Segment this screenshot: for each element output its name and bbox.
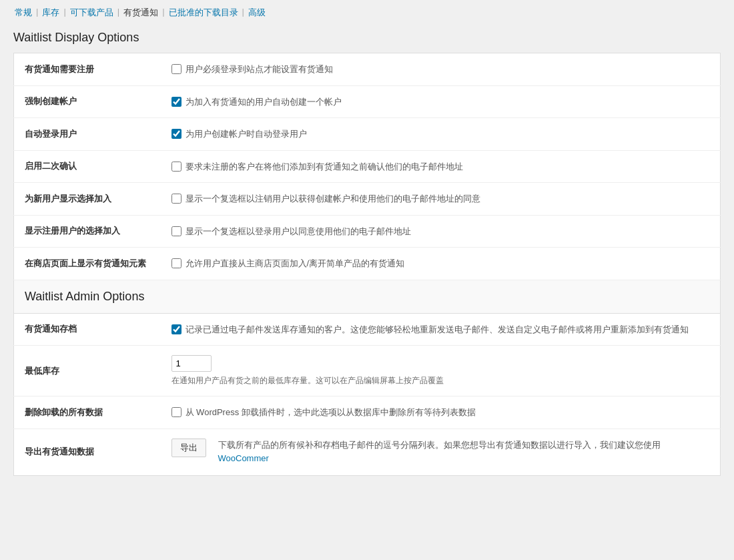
label-require-register: 有货通知需要注册: [14, 53, 161, 86]
tab-inventory[interactable]: 库存: [41, 7, 61, 19]
label-min-stock: 最低库存: [14, 346, 161, 396]
check-row-delete-data: 从 WordPress 卸载插件时，选中此选项以从数据库中删除所有等待列表数据: [171, 406, 710, 419]
label-registered-optin: 显示注册用户的选择加入: [14, 215, 161, 248]
check-row-auto-login: 为用户创建帐户时自动登录用户: [171, 127, 710, 141]
row-registered-optin: 显示注册用户的选择加入 显示一个复选框以登录用户以同意使用他们的电子邮件地址: [14, 215, 721, 248]
checkbox-registered-optin[interactable]: [171, 226, 181, 236]
check-row-require-register: 用户必须登录到站点才能设置有货通知: [171, 63, 710, 76]
checkbox-label-new-user-optin: 显示一个复选框以注销用户以获得创建帐户和使用他们的电子邮件地址的同意: [186, 192, 480, 206]
label-new-user-optin: 为新用户显示选择加入: [14, 183, 161, 216]
check-row-shop-page-element: 允许用户直接从主商店页面加入/离开简单产品的有货通知: [171, 257, 710, 270]
tab-general[interactable]: 常规: [13, 7, 33, 19]
sep-2: |: [63, 7, 65, 19]
checkbox-require-register[interactable]: [171, 64, 181, 74]
sep-5: |: [242, 7, 244, 19]
sep-1: |: [36, 7, 38, 19]
row-min-stock: 最低库存 在通知用户产品有货之前的最低库存量。这可以在产品编辑屏幕上按产品覆盖: [14, 346, 721, 396]
tab-advanced[interactable]: 高级: [247, 7, 267, 19]
row-shop-page-element: 在商店页面上显示有货通知元素 允许用户直接从主商店页面加入/离开简单产品的有货通…: [14, 248, 721, 280]
row-force-create-account: 强制创建帐户 为加入有货通知的用户自动创建一个帐户: [14, 85, 721, 118]
options-table: 有货通知需要注册 用户必须登录到站点才能设置有货通知 强制创建帐户 为加入有货通…: [13, 53, 721, 476]
checkbox-double-optin[interactable]: [171, 162, 181, 172]
checkbox-label-require-register: 用户必须登录到站点才能设置有货通知: [186, 63, 333, 76]
check-row-archive: 记录已通过电子邮件发送库存通知的客户。这使您能够轻松地重新发送电子邮件、发送自定…: [171, 323, 710, 336]
sep-3: |: [117, 7, 119, 19]
checkbox-label-archive: 记录已通过电子邮件发送库存通知的客户。这使您能够轻松地重新发送电子邮件、发送自定…: [186, 323, 689, 336]
row-archive: 有货通知存档 记录已通过电子邮件发送库存通知的客户。这使您能够轻松地重新发送电子…: [14, 313, 721, 346]
export-description: 下载所有产品的所有候补和存档电子邮件的逗号分隔列表。如果您想导出有货通知数据以进…: [218, 439, 710, 467]
row-new-user-optin: 为新用户显示选择加入 显示一个复选框以注销用户以获得创建帐户和使用他们的电子邮件…: [14, 183, 721, 216]
label-force-create-account: 强制创建帐户: [14, 85, 161, 118]
checkbox-label-force-create-account: 为加入有货通知的用户自动创建一个帐户: [186, 95, 342, 109]
label-double-optin: 启用二次确认: [14, 150, 161, 183]
label-export: 导出有货通知数据: [14, 429, 161, 476]
page-wrapper: 常规 | 库存 | 可下载产品 | 有货通知 | 已批准的下载目录 | 高级 W…: [0, 0, 734, 560]
checkbox-label-auto-login: 为用户创建帐户时自动登录用户: [186, 127, 307, 141]
label-shop-page-element: 在商店页面上显示有货通知元素: [14, 248, 161, 280]
woocommerce-link[interactable]: WooCommer: [218, 453, 269, 463]
row-auto-login: 自动登录用户 为用户创建帐户时自动登录用户: [14, 118, 721, 151]
admin-section-divider: Waitlist Admin Options: [14, 280, 721, 313]
min-stock-helper: 在通知用户产品有货之前的最低库存量。这可以在产品编辑屏幕上按产品覆盖: [171, 374, 710, 386]
row-delete-data: 删除卸载的所有数据 从 WordPress 卸载插件时，选中此选项以从数据库中删…: [14, 396, 721, 429]
checkbox-auto-login[interactable]: [171, 129, 181, 139]
tab-bulk-download[interactable]: 已批准的下载目录: [167, 7, 240, 19]
nav-tabs: 常规 | 库存 | 可下载产品 | 有货通知 | 已批准的下载目录 | 高级: [13, 7, 721, 19]
checkbox-label-double-optin: 要求未注册的客户在将他们添加到有货通知之前确认他们的电子邮件地址: [186, 160, 463, 174]
admin-section-title: Waitlist Admin Options: [14, 280, 721, 313]
checkbox-label-registered-optin: 显示一个复选框以登录用户以同意使用他们的电子邮件地址: [186, 225, 411, 238]
row-export: 导出有货通知数据 导出 下载所有产品的所有候补和存档电子邮件的逗号分隔列表。如果…: [14, 429, 721, 476]
display-section-title: Waitlist Display Options: [13, 31, 721, 45]
checkbox-new-user-optin[interactable]: [171, 194, 181, 204]
export-row: 导出 下载所有产品的所有候补和存档电子邮件的逗号分隔列表。如果您想导出有货通知数…: [171, 439, 710, 467]
check-row-registered-optin: 显示一个复选框以登录用户以同意使用他们的电子邮件地址: [171, 225, 710, 238]
min-stock-input[interactable]: [171, 355, 212, 372]
checkbox-force-create-account[interactable]: [171, 97, 181, 107]
check-row-force-create-account: 为加入有货通知的用户自动创建一个帐户: [171, 95, 710, 109]
tab-backorder-notify[interactable]: 有货通知: [122, 7, 159, 19]
row-require-register: 有货通知需要注册 用户必须登录到站点才能设置有货通知: [14, 53, 721, 86]
tab-downloadable[interactable]: 可下载产品: [69, 7, 115, 19]
sep-4: |: [162, 7, 164, 19]
checkbox-label-delete-data: 从 WordPress 卸载插件时，选中此选项以从数据库中删除所有等待列表数据: [186, 406, 476, 419]
checkbox-archive[interactable]: [171, 324, 181, 334]
checkbox-delete-data[interactable]: [171, 407, 181, 417]
row-double-optin: 启用二次确认 要求未注册的客户在将他们添加到有货通知之前确认他们的电子邮件地址: [14, 150, 721, 183]
check-row-new-user-optin: 显示一个复选框以注销用户以获得创建帐户和使用他们的电子邮件地址的同意: [171, 192, 710, 206]
checkbox-label-shop-page-element: 允许用户直接从主商店页面加入/离开简单产品的有货通知: [186, 257, 405, 270]
label-archive: 有货通知存档: [14, 313, 161, 346]
export-button[interactable]: 导出: [171, 439, 206, 457]
check-row-double-optin: 要求未注册的客户在将他们添加到有货通知之前确认他们的电子邮件地址: [171, 160, 710, 174]
checkbox-shop-page-element[interactable]: [171, 258, 181, 268]
label-auto-login: 自动登录用户: [14, 118, 161, 151]
label-delete-data: 删除卸载的所有数据: [14, 396, 161, 429]
export-desc-text: 下载所有产品的所有候补和存档电子邮件的逗号分隔列表。如果您想导出有货通知数据以进…: [218, 440, 661, 450]
